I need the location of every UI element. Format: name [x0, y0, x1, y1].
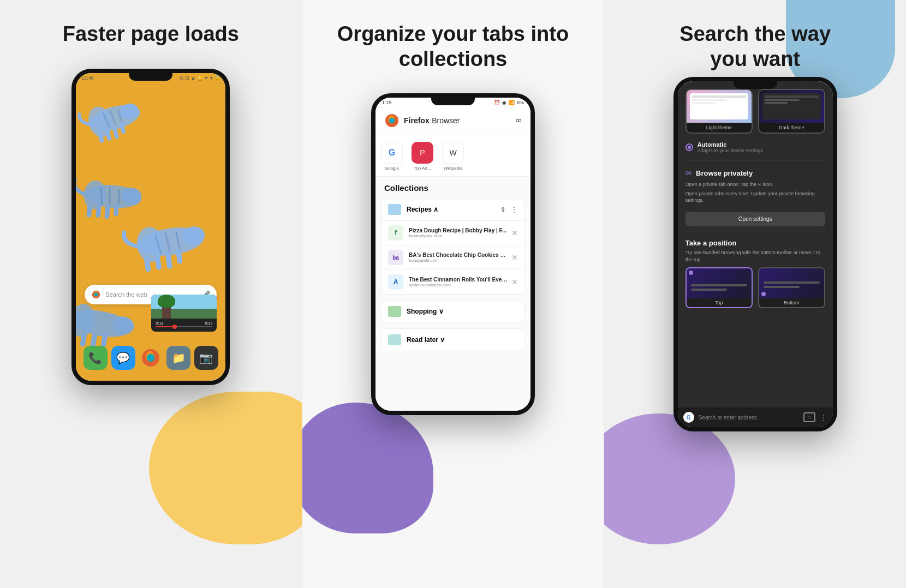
panel3-heading: Search the wayyou want — [680, 22, 831, 71]
wikipedia-icon: W — [442, 142, 464, 164]
open-settings-button[interactable]: Open settings — [686, 212, 825, 226]
pizza-item-close[interactable]: ✕ — [511, 229, 518, 237]
bottom-bar-1 — [764, 281, 820, 284]
phone2-shortcuts: G Google P Top Art... W Wikipedia — [375, 134, 531, 177]
phone1-time: 12:46 — [81, 75, 94, 81]
collection-item-cinnamon[interactable]: A The Best Cinnamon Rolls You'll Ever...… — [382, 269, 524, 294]
shortcut-google-label: Google — [385, 166, 399, 171]
automatic-row[interactable]: Automatic Adapts to your device settings — [678, 137, 833, 158]
svg-point-38 — [94, 292, 98, 296]
dark-theme-preview — [759, 90, 824, 123]
google-search-icon: G — [683, 412, 694, 423]
pip-video[interactable]: ⚙ ▶ 0:13 0:39 — [151, 295, 217, 332]
svg-rect-23 — [155, 255, 162, 270]
tiger-2 — [76, 178, 142, 221]
automatic-text: Automatic Adapts to your device settings — [698, 141, 763, 153]
shortcut-wikipedia[interactable]: W Wikipedia — [442, 142, 464, 171]
position-cards: Top Bottom — [686, 267, 825, 308]
automatic-subtitle: Adapts to your device settings — [698, 148, 763, 153]
collection-more-icon[interactable]: ⋮ — [510, 205, 518, 214]
dark-line-1 — [765, 99, 800, 101]
tiger-background — [76, 73, 225, 381]
auto-radio-dot — [688, 146, 691, 149]
phone1-screen: 12:46 G ⊡ ▲ 🔔 ✦ ▾ 🔒 — [76, 73, 225, 381]
phone3-search-placeholder[interactable]: Search or enter address — [699, 415, 799, 421]
dock-camera-icon[interactable]: 📷 — [194, 346, 218, 370]
browse-privately-text2: Open private tabs every time: Update you… — [686, 190, 825, 204]
ba-item-title: BA's Best Chocolate Chip Cookies R... — [409, 252, 508, 258]
top-label: Top — [687, 298, 752, 307]
shortcut-pocket[interactable]: P Top Art... — [412, 142, 433, 171]
collection-readlater-header[interactable]: Read later ∨ — [382, 329, 524, 351]
panel1-heading: Faster page loads — [63, 22, 239, 47]
collection-item-pizza[interactable]: f Pizza Dough Recipe | Bobby Flay | F...… — [382, 220, 524, 245]
bottom-label: Bottom — [759, 298, 824, 307]
theme-cards: Light theme Dark theme — [678, 81, 833, 137]
collection-item-ba[interactable]: ba BA's Best Chocolate Chip Cookies R...… — [382, 245, 524, 269]
position-card-top[interactable]: Top — [686, 267, 753, 308]
phone1-notch — [129, 73, 172, 81]
svg-point-42 — [389, 118, 395, 123]
take-position-text: Try one-handed browsing with the bottom … — [686, 249, 825, 263]
phone2-battery: 6% — [517, 100, 524, 105]
pip-progress: 0:13 0:39 — [156, 321, 212, 327]
theme-card-light[interactable]: Light theme — [686, 89, 753, 134]
collection-readlater: Read later ∨ — [381, 328, 525, 351]
top-position-preview — [687, 268, 752, 298]
bottom-dot — [761, 292, 766, 296]
readlater-folder-icon — [388, 334, 401, 345]
tiger-1 — [78, 96, 145, 146]
pip-tree-top — [158, 295, 175, 308]
pocket-icon: P — [412, 142, 433, 164]
take-position-section: Take a position Try one-handed browsing … — [678, 233, 833, 311]
svg-point-40 — [147, 354, 154, 362]
phone1-dock: 📞 💬 📁 📷 — [76, 346, 225, 370]
dock-phone-icon[interactable]: 📞 — [84, 346, 108, 370]
collection-shopping-name: Shopping ∨ — [407, 308, 518, 315]
menu-button[interactable]: ⋮ — [820, 413, 827, 422]
ba-item-close[interactable]: ✕ — [511, 253, 518, 262]
phone2-header: Firefox Browser ∞ — [375, 107, 531, 134]
dock-firefox-icon[interactable] — [139, 346, 163, 370]
bottom-position-preview — [759, 268, 824, 298]
ba-item-url: bonappetit.com — [409, 258, 508, 263]
dock-messages-icon[interactable]: 💬 — [111, 346, 135, 370]
cinnamon-item-close[interactable]: ✕ — [511, 278, 518, 286]
theme-card-dark[interactable]: Dark theme — [758, 89, 825, 134]
collection-shopping: Shopping ∨ — [381, 300, 525, 323]
google-icon: G — [381, 142, 403, 164]
tabs-button[interactable]: □ — [803, 412, 815, 422]
pizza-item-url: foodnetwork.com — [409, 233, 508, 238]
top-bar-1 — [691, 284, 747, 286]
pip-bar-fill — [156, 326, 174, 327]
position-card-bottom[interactable]: Bottom — [758, 267, 825, 308]
collection-recipes-header[interactable]: Recipes ∧ ⇧ ⋮ — [382, 199, 524, 220]
collection-shopping-header[interactable]: Shopping ∨ — [382, 301, 524, 322]
collection-share-icon[interactable]: ⇧ — [500, 206, 506, 214]
shortcut-google[interactable]: G Google — [381, 142, 403, 171]
light-line-1 — [692, 99, 727, 101]
cinnamon-item-text: The Best Cinnamon Rolls You'll Ever... a… — [409, 277, 508, 287]
automatic-title: Automatic — [698, 141, 763, 148]
collection-recipes-name: Recipes ∧ — [407, 206, 500, 213]
panel-collections: Organize your tabs into collections 1:15… — [302, 0, 605, 588]
firefox-icon-small — [91, 290, 101, 299]
pip-progress-bar — [156, 326, 212, 327]
phone2-title: Firefox Browser — [404, 116, 460, 125]
dock-files-icon[interactable]: 📁 — [166, 346, 190, 370]
collections-title: Collections — [375, 177, 531, 196]
phone2-mockup: 1:15 ⏰◉📶 6% — [371, 93, 535, 415]
automatic-radio[interactable] — [686, 143, 693, 151]
top-dot — [689, 271, 693, 275]
light-bar-1 — [692, 95, 746, 98]
firefox-logo — [384, 113, 400, 128]
panel-faster-loads: Faster page loads 12:46 G ⊡ ▲ 🔔 ✦ ▾ 🔒 — [0, 0, 302, 588]
browse-privately-header: ∞ Browse privately — [686, 168, 825, 178]
ba-item-text: BA's Best Chocolate Chip Cookies R... bo… — [409, 252, 508, 263]
private-mode-icon[interactable]: ∞ — [516, 116, 522, 125]
panel2-heading: Organize your tabs into collections — [302, 22, 604, 71]
tiger-3 — [123, 219, 209, 274]
ambitiouskitchen-favicon: A — [388, 274, 403, 290]
dark-card-inner — [762, 93, 821, 119]
light-card-inner — [690, 93, 748, 119]
